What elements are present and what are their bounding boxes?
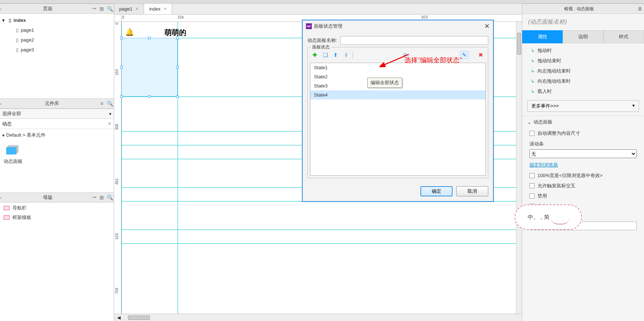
duplicate-icon[interactable]: ❏ (321, 51, 330, 59)
tree-item-page2[interactable]: ▯ page2 (0, 35, 114, 45)
scrollbar-select[interactable]: 无 (529, 149, 637, 158)
search-icon[interactable]: 🔍 (106, 6, 114, 12)
bell-icon: 🔔 (125, 28, 134, 36)
note-icon[interactable]: 🗎 (636, 6, 644, 12)
canvas-area: page1✕ index✕ 0 154 923 0 154 308 462 61… (114, 4, 522, 321)
tab-style[interactable]: 样式 (604, 30, 644, 43)
name-label: 动态面板名称: (307, 37, 337, 44)
page-tree: ▾ ▯ index ▯ page1 ▯ page2 ▯ page3 (0, 14, 114, 98)
master-item[interactable]: 导航栏 (0, 203, 114, 213)
tab-notes[interactable]: 说明 (563, 30, 603, 43)
add-page-icon[interactable]: ⊞ (98, 6, 106, 12)
panel-name-input[interactable] (340, 36, 488, 45)
event-item[interactable]: ↳向左拖动结束时 (522, 66, 644, 76)
search-icon[interactable]: 🔍 (106, 195, 114, 200)
guide[interactable] (121, 230, 516, 230)
checkbox-fit-content[interactable] (529, 131, 535, 136)
dialog-title: RP 面板状态管理 (306, 23, 342, 30)
tab-index[interactable]: index✕ (144, 4, 172, 14)
state-item[interactable]: State4 (310, 90, 485, 99)
guide[interactable] (121, 243, 516, 244)
menu-icon[interactable]: ≡ (98, 101, 106, 106)
library-search-input[interactable] (2, 121, 106, 126)
tree-item-page3[interactable]: ▯ page3 (0, 45, 114, 55)
scrollbar-vertical[interactable] (516, 22, 522, 314)
scrollbar-thumb[interactable] (128, 316, 150, 320)
page-icon: ▯ (16, 28, 19, 33)
move-down-icon[interactable]: ⬇ (342, 51, 350, 59)
master-title: 母版 (6, 194, 90, 201)
library-body: 选择全部▾ ✕ ▾ Default > 基本元件 动态面板 (0, 109, 114, 192)
library-panel-header: ‹ 元件库 ≡ 🔍 (0, 98, 114, 109)
tab-page1[interactable]: page1✕ (114, 4, 144, 14)
clear-icon[interactable]: ✕ (108, 121, 112, 126)
pages-title: 页面 (6, 5, 90, 12)
tree-item-index[interactable]: ▾ ▯ index (0, 15, 114, 25)
states-legend: 面板状态 (311, 44, 331, 50)
close-icon[interactable]: ✕ (163, 7, 167, 11)
expand-icon[interactable]: ▾ (2, 17, 7, 23)
close-icon[interactable]: ✕ (135, 7, 139, 11)
checkbox-mouse[interactable] (529, 183, 535, 188)
master-panel-header: ‹ 母版 ⭲ ⊞ 🔍 (0, 192, 114, 203)
scrollbar-horizontal[interactable]: ◀ (114, 314, 522, 321)
event-icon: ↳ (531, 48, 535, 53)
inspector-panel: 检视 : 动态面板 🗎 (动态面板名称) 属性 说明 样式 ↳拖动时 ↳拖动结束… (522, 4, 644, 321)
master-icon (4, 206, 9, 210)
chevron-down-icon: ▾ (632, 103, 635, 109)
move-up-icon[interactable]: ⬆ (331, 51, 340, 59)
cartoon-face-icon (551, 210, 569, 224)
event-item[interactable]: ↳载入时 (522, 86, 644, 97)
more-events-button[interactable]: 更多事件>>>▾ (528, 101, 639, 111)
checkbox-100-width[interactable] (529, 173, 535, 178)
dynamic-panel-icon (6, 145, 20, 156)
page-icon: ▯ (16, 38, 19, 43)
library-select[interactable]: 选择全部▾ (0, 109, 114, 119)
event-item[interactable]: ↳向右拖动结束时 (522, 76, 644, 86)
delete-icon[interactable]: ✖ (477, 51, 485, 59)
search-icon[interactable]: 🔍 (106, 101, 114, 106)
close-icon[interactable]: ✕ (484, 22, 490, 30)
app-toolbar (0, 0, 644, 4)
tree-item-page1[interactable]: ▯ page1 (0, 25, 114, 35)
inspector-header: 检视 : 动态面板 🗎 (522, 4, 644, 14)
ok-button[interactable]: 确定 (420, 186, 453, 196)
library-category[interactable]: ▾ Default > 基本元件 (0, 129, 114, 141)
checkbox-disabled[interactable] (529, 193, 535, 199)
tooltip: 编辑全部状态 (367, 78, 402, 88)
properties-body: ↳拖动时 ↳拖动结束时 ↳向左拖动结束时 ↳向右拖动结束时 ↳载入时 更多事件>… (522, 43, 644, 321)
add-icon[interactable]: ✚ (311, 51, 319, 59)
cancel-button[interactable]: 取消 (456, 186, 488, 196)
event-item[interactable]: ↳拖动结束时 (522, 56, 644, 66)
event-item[interactable]: ↳拖动时 (522, 46, 644, 56)
left-panels: ‹ 页面 ⭲ ⊞ 🔍 ▾ ▯ index ▯ page1 ▯ page2 ▯ p… (0, 4, 114, 321)
import-icon[interactable]: ⭲ (90, 6, 98, 12)
tab-properties[interactable]: 属性 (522, 30, 563, 43)
collapse-icon[interactable]: ‹ (0, 195, 6, 200)
page-icon: ▯ (9, 18, 11, 23)
chevron-down-icon: ▾ (2, 133, 5, 138)
event-icon: ↳ (531, 89, 535, 94)
add-master-icon[interactable]: ⊞ (98, 195, 106, 200)
pages-panel-header: ‹ 页面 ⭲ ⊞ 🔍 (0, 4, 114, 14)
widget-name-placeholder[interactable]: (动态面板名称) (522, 14, 644, 30)
states-fieldset: 面板状态 ✚ ❏ ⬆ ⬇ ⎘ ✎ ✖ State1 State2 S (307, 47, 488, 178)
page-icon: ▯ (16, 47, 19, 52)
event-icon: ↳ (531, 68, 535, 74)
scroll-left-icon[interactable]: ◀ (117, 315, 121, 320)
collapse-icon[interactable]: ‹ (0, 101, 6, 106)
master-item[interactable]: 框架模板 (0, 213, 114, 222)
library-search: ✕ (0, 119, 114, 129)
selected-widget[interactable] (121, 38, 178, 97)
section-toggle[interactable]: ⌄动态面板 (522, 116, 644, 128)
document-tabs: page1✕ index✕ (114, 4, 522, 15)
rp-icon: RP (306, 23, 312, 29)
fix-browser-link[interactable]: 固定到浏览器 (522, 160, 644, 171)
chevron-down-icon: ⌄ (527, 120, 531, 125)
watermark-sticker: 中。，简 (515, 204, 582, 230)
widget-dynamic-panel[interactable]: 动态面板 (0, 141, 26, 168)
import-icon[interactable]: ⭲ (90, 195, 98, 200)
collapse-icon[interactable]: ‹ (0, 6, 6, 12)
library-title: 元件库 (6, 100, 98, 107)
chevron-down-icon: ▾ (109, 111, 112, 117)
